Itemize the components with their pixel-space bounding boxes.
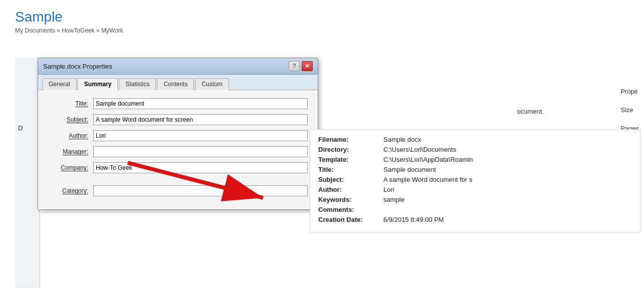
field-manager-input[interactable] [93,146,308,157]
info-label-creation-date: Creation Date: [318,216,383,223]
info-label-subject: Subject: [318,176,383,183]
left-sidebar-strip [15,58,40,288]
field-manager-label: Manager: [48,148,93,155]
info-label-keywords: Keywords: [318,196,383,203]
info-label-title: Title: [318,166,383,173]
tab-summary[interactable]: Summary [78,78,118,90]
dialog-title: Sample.docx Properties [43,63,112,70]
field-subject-input[interactable] [93,114,308,125]
info-label-directory: Directory: [318,146,383,153]
field-title-input[interactable] [93,98,308,109]
info-value-template: C:\Users\Lori\AppData\Roamin [383,156,473,163]
field-author-input[interactable] [93,130,308,141]
field-title-row: Title: [48,98,308,109]
info-value-author: Lori [383,186,394,193]
tab-bar: General Summary Statistics Contents Cust… [38,75,318,90]
info-value-creation-date: 6/9/2015 8:49:00 PM [383,216,444,223]
info-value-title: Sample document [383,166,436,173]
field-manager-row: Manager: [48,146,308,157]
field-author-row: Author: [48,130,308,141]
info-row-title: Title: Sample document [318,166,632,173]
page-title: Sample [15,9,629,25]
info-label-filename: Filename: [318,136,383,143]
info-label-template: Template: [318,156,383,163]
tab-custom[interactable]: Custom [195,78,229,90]
info-row-directory: Directory: C:\Users\Lori\Documents [318,146,632,153]
dialog-titlebar: Sample.docx Properties ? ✕ [38,58,318,75]
tab-general[interactable]: General [42,78,77,90]
field-title-label: Title: [48,100,93,107]
info-label-comments: Comments: [318,206,383,213]
doc-letter: D [18,124,23,132]
field-subject-row: Subject: [48,114,308,125]
field-company-label: Company: [48,164,93,171]
info-row-template: Template: C:\Users\Lori\AppData\Roamin [318,156,632,163]
breadcrumb: My Documents » HowToGeek » MyWork [15,27,629,34]
info-value-filename: Sample.docx [383,136,421,143]
prope-header: Prope [620,88,639,95]
field-company-row: Company: [48,162,308,173]
info-value-subject: A sample Word document for s [383,176,473,183]
help-button[interactable]: ? [289,61,300,71]
info-panel: Filename: Sample.docx Directory: C:\User… [310,129,640,232]
info-row-subject: Subject: A sample Word document for s [318,176,632,183]
doc-text-snippet: ocument. [517,108,544,115]
close-button[interactable]: ✕ [302,61,313,71]
field-company-input[interactable] [93,162,308,173]
info-value-keywords: sample [383,196,404,203]
field-category-input[interactable] [93,185,308,196]
info-label-author: Author: [318,186,383,193]
dialog-content: Title: Subject: Author: Manager: Company… [38,90,318,209]
properties-dialog: Sample.docx Properties ? ✕ General Summa… [38,58,318,210]
info-value-directory: C:\Users\Lori\Documents [383,146,456,153]
tab-statistics[interactable]: Statistics [119,78,156,90]
info-row-filename: Filename: Sample.docx [318,136,632,143]
dialog-controls: ? ✕ [289,61,313,71]
field-category-label: Category: [48,187,93,194]
field-category-row: Category: [48,185,308,196]
info-row-creation-date: Creation Date: 6/9/2015 8:49:00 PM [318,216,632,223]
field-author-label: Author: [48,132,93,139]
size-header: Size [620,106,639,114]
field-subject-label: Subject: [48,116,93,123]
info-row-keywords: Keywords: sample [318,196,632,203]
info-row-author: Author: Lori [318,186,632,193]
tab-contents[interactable]: Contents [157,78,194,90]
info-row-comments: Comments: [318,206,632,213]
